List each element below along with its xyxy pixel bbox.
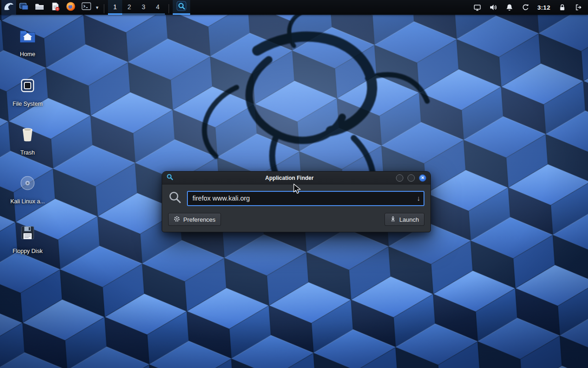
mouse-cursor: [293, 184, 303, 196]
close-button[interactable]: ×: [419, 174, 426, 182]
launcher-firefox[interactable]: [63, 0, 79, 15]
disc-icon: [18, 174, 37, 194]
titlebar[interactable]: Application Finder ×: [162, 172, 430, 184]
firefox-icon: [65, 1, 76, 14]
desktop-icon-label: Trash: [20, 150, 35, 156]
kali-menu-button[interactable]: [1, 0, 16, 15]
maximize-button[interactable]: [407, 174, 415, 182]
window-app-icon: [166, 173, 174, 183]
volume-icon[interactable]: [489, 0, 498, 15]
gear-icon: [174, 216, 180, 224]
preferences-button[interactable]: Preferences: [168, 213, 221, 226]
desktop-icon-label: File System: [12, 101, 42, 107]
minimize-button[interactable]: [396, 174, 403, 182]
desktop-icon-trash[interactable]: Trash: [6, 125, 50, 156]
panel-separator: [104, 4, 104, 13]
workspace-button-4[interactable]: 4: [151, 0, 165, 15]
history-dropdown-icon[interactable]: ↓: [417, 194, 421, 202]
folder-icon: [34, 1, 45, 14]
desktop-icon-kali-linux[interactable]: Kali Linux a...: [6, 174, 50, 205]
desktop-icon-home[interactable]: Home: [6, 27, 50, 58]
desktop-icon-file-system[interactable]: File System: [6, 76, 50, 107]
drive-icon: [18, 76, 37, 97]
document-icon: [50, 1, 61, 14]
workspace-button-3[interactable]: 3: [136, 0, 151, 15]
desktop-icon-floppy-disk[interactable]: Floppy Disk: [6, 224, 50, 254]
terminal-dropdown-caret[interactable]: ▾: [94, 0, 100, 15]
panel-separator: [169, 4, 169, 13]
logout-icon[interactable]: [574, 0, 582, 15]
desktop-icon-label: Home: [20, 51, 35, 58]
windows-icon: [18, 1, 29, 14]
trash-icon: [18, 125, 37, 145]
clock[interactable]: 3:12: [537, 4, 550, 11]
window-title: Application Finder: [194, 175, 384, 181]
notifications-bell-icon[interactable]: [505, 0, 514, 15]
workspace-button-1[interactable]: 1: [108, 0, 122, 15]
terminal-icon: [81, 1, 92, 14]
desktop: ▾ 1 2 3 4: [0, 0, 588, 368]
home-folder-icon: [18, 27, 37, 47]
launcher-folder[interactable]: [32, 0, 47, 15]
launcher-terminal[interactable]: [79, 0, 94, 15]
lock-icon[interactable]: [558, 0, 566, 15]
status-update-icon[interactable]: [521, 0, 530, 15]
launch-rocket-icon: [390, 216, 396, 224]
launcher-file-manager[interactable]: [16, 0, 32, 15]
taskbar-application-finder[interactable]: [173, 0, 190, 15]
search-icon: [168, 190, 182, 206]
kali-logo-icon: [3, 1, 14, 14]
launch-label: Launch: [399, 216, 419, 223]
search-input[interactable]: [187, 191, 424, 206]
floppy-icon: [18, 224, 37, 244]
desktop-icon-label: Floppy Disk: [12, 248, 42, 254]
preferences-label: Preferences: [183, 216, 215, 223]
launcher-text-editor[interactable]: [47, 0, 63, 15]
top-panel: ▾ 1 2 3 4: [0, 0, 588, 15]
application-finder-window: Application Finder × ↓: [162, 171, 431, 232]
desktop-icon-label: Kali Linux a...: [10, 198, 45, 205]
launch-button[interactable]: Launch: [384, 213, 424, 226]
display-icon[interactable]: [473, 0, 481, 15]
workspace-button-2[interactable]: 2: [122, 0, 136, 15]
app-finder-icon: [176, 0, 187, 13]
